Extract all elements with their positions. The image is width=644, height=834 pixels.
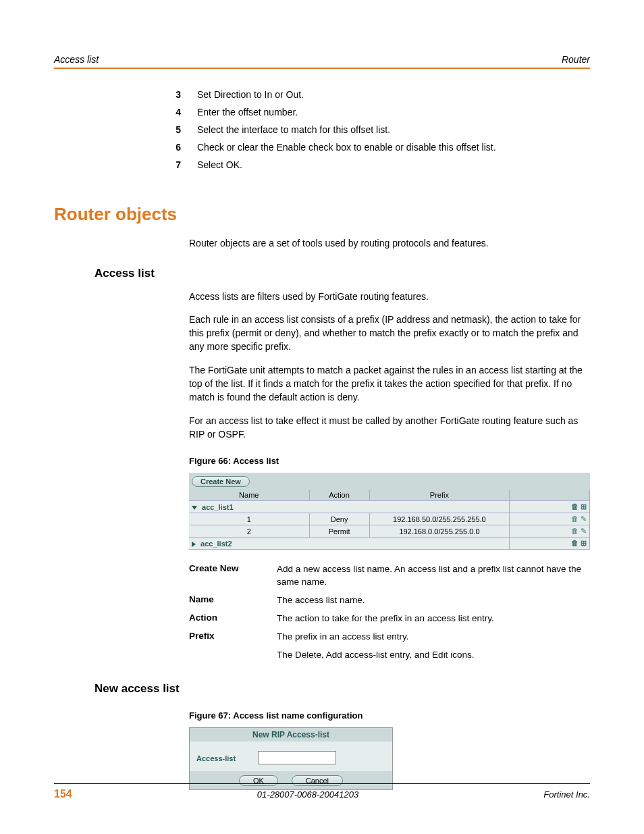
group-acc-list1[interactable]: acc_list1 🗑 ⊞ <box>189 501 590 513</box>
figure-66: Create New Name Action Prefix acc_list1 … <box>189 473 590 550</box>
edit-icon[interactable]: ✎ <box>581 515 587 523</box>
figure-67-caption: Figure 67: Access list name configuratio… <box>189 710 590 721</box>
page-footer: 154 01-28007-0068-20041203 Fortinet Inc. <box>54 783 590 800</box>
def-desc: The prefix in an access list entry. <box>277 631 590 644</box>
add-icon[interactable]: ⊞ <box>581 502 587 511</box>
step-text: Set Direction to In or Out. <box>197 89 590 100</box>
table-row: 2 Permit 192.168.0.0/255.255.0.0 🗑 ✎ <box>189 525 590 538</box>
add-icon[interactable]: ⊞ <box>581 539 587 547</box>
section-title: Router objects <box>54 204 590 225</box>
step-3: 3 Set Direction to In or Out. <box>162 89 590 100</box>
step-5: 5 Select the interface to match for this… <box>162 124 590 135</box>
def-term: Name <box>189 594 277 607</box>
def-icons: The Delete, Add access-list entry, and E… <box>189 649 590 662</box>
page-number: 154 <box>54 788 72 800</box>
collapse-icon[interactable] <box>192 542 196 547</box>
def-prefix: Prefix The prefix in an access list entr… <box>189 631 590 644</box>
step-number: 6 <box>162 142 181 153</box>
access-list-p4: For an access list to take effect it mus… <box>189 414 590 442</box>
delete-icon[interactable]: 🗑 <box>571 515 579 523</box>
cell-action: Deny <box>309 513 369 525</box>
def-desc: The access list name. <box>277 594 590 607</box>
section-intro: Router objects are a set of tools used b… <box>189 237 590 251</box>
edit-icon[interactable]: ✎ <box>581 527 587 535</box>
figure-66-caption: Figure 66: Access list <box>189 456 590 466</box>
step-6: 6 Check or clear the Enable check box to… <box>162 142 590 153</box>
access-list-label: Access-list <box>196 754 236 762</box>
step-number: 7 <box>162 159 181 170</box>
step-number: 5 <box>162 124 181 135</box>
step-text: Select the interface to match for this o… <box>197 124 590 135</box>
definitions-table: Create New Add a new access list name. A… <box>189 563 590 661</box>
def-term: Action <box>189 613 277 625</box>
delete-icon[interactable]: 🗑 <box>571 539 579 547</box>
def-desc: The Delete, Add access-list entry, and E… <box>277 649 590 662</box>
def-term: Prefix <box>189 631 277 644</box>
def-desc: Add a new access list name. An access li… <box>277 563 590 589</box>
dialog-title: New RIP Access-list <box>190 728 392 741</box>
def-create-new: Create New Add a new access list name. A… <box>189 563 590 589</box>
create-new-button[interactable]: Create New <box>192 476 250 487</box>
access-list-table: Name Action Prefix acc_list1 🗑 ⊞ 1 Deny … <box>189 490 590 550</box>
step-text: Select OK. <box>197 159 590 170</box>
access-list-p2: Each rule in an access list consists of … <box>189 313 590 354</box>
cell-action: Permit <box>309 525 369 538</box>
page-header: Access list Router <box>54 54 590 69</box>
steps-list: 3 Set Direction to In or Out. 4 Enter th… <box>162 89 590 170</box>
delete-icon[interactable]: 🗑 <box>571 502 579 511</box>
figure-67: New RIP Access-list Access-list OK Cance… <box>189 727 393 790</box>
delete-icon[interactable]: 🗑 <box>571 527 579 535</box>
def-term <box>189 649 277 662</box>
header-right: Router <box>562 54 590 65</box>
def-term: Create New <box>189 563 277 589</box>
new-access-list-heading: New access list <box>95 682 590 696</box>
cell-prefix: 192.168.0.0/255.255.0.0 <box>369 525 510 538</box>
def-desc: The action to take for the prefix in an … <box>277 613 590 625</box>
def-action: Action The action to take for the prefix… <box>189 613 590 625</box>
cell-name: 2 <box>189 525 309 538</box>
step-4: 4 Enter the offset number. <box>162 107 590 118</box>
company-name: Fortinet Inc. <box>543 789 590 800</box>
col-action: Action <box>309 490 369 501</box>
access-list-p1: Access lists are filters used by FortiGa… <box>189 290 590 303</box>
access-list-input[interactable] <box>258 751 336 764</box>
access-list-heading: Access list <box>95 267 590 280</box>
cell-prefix: 192.168.50.0/255.255.255.0 <box>369 513 510 525</box>
group-name: acc_list1 <box>202 503 233 511</box>
table-row: 1 Deny 192.168.50.0/255.255.255.0 🗑 ✎ <box>189 513 590 525</box>
step-text: Check or clear the Enable check box to e… <box>197 142 590 153</box>
access-list-p3: The FortiGate unit attempts to match a p… <box>189 363 590 405</box>
col-name: Name <box>189 490 309 501</box>
step-number: 3 <box>162 89 181 100</box>
create-new-bar: Create New <box>189 473 590 490</box>
step-text: Enter the offset number. <box>197 107 590 118</box>
cell-name: 1 <box>189 513 309 525</box>
group-acc-list2[interactable]: acc_list2 🗑 ⊞ <box>189 538 590 550</box>
step-7: 7 Select OK. <box>162 159 590 170</box>
def-name: Name The access list name. <box>189 594 590 607</box>
expand-icon[interactable] <box>192 506 197 510</box>
document-id: 01-28007-0068-20041203 <box>257 789 358 800</box>
header-left: Access list <box>54 54 99 65</box>
step-number: 4 <box>162 107 181 118</box>
col-actions <box>510 490 590 501</box>
group-name: acc_list2 <box>200 540 232 548</box>
col-prefix: Prefix <box>369 490 510 501</box>
